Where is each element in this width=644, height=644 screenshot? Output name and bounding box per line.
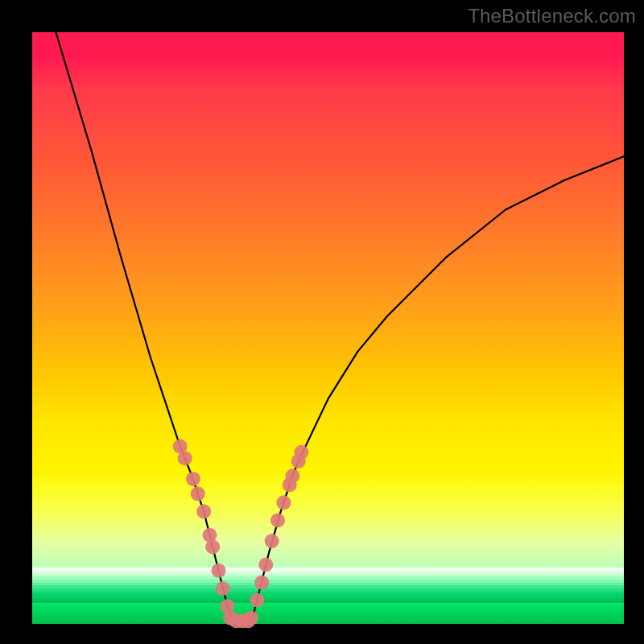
marker-dot	[270, 513, 285, 527]
marker-dot	[258, 558, 273, 572]
plot-area	[32, 32, 624, 624]
marker-dot	[285, 469, 299, 483]
marker-dot	[186, 472, 200, 486]
marker-dot	[216, 581, 230, 596]
marker-dot	[205, 539, 220, 554]
marker-dot	[265, 534, 279, 548]
curve-right-curve	[251, 156, 624, 624]
chart-container: TheBottleneck.com	[0, 0, 644, 644]
marker-dot	[178, 451, 192, 465]
marker-dot	[254, 576, 269, 590]
marker-dot	[276, 495, 291, 510]
marker-dot	[244, 611, 258, 625]
watermark-text: TheBottleneck.com	[468, 5, 636, 27]
marker-dot	[191, 486, 205, 501]
marker-dot	[196, 504, 211, 518]
marker-dot	[212, 564, 226, 578]
chart-svg	[32, 32, 624, 624]
marker-dot	[294, 445, 308, 460]
marker-dot	[250, 593, 264, 608]
